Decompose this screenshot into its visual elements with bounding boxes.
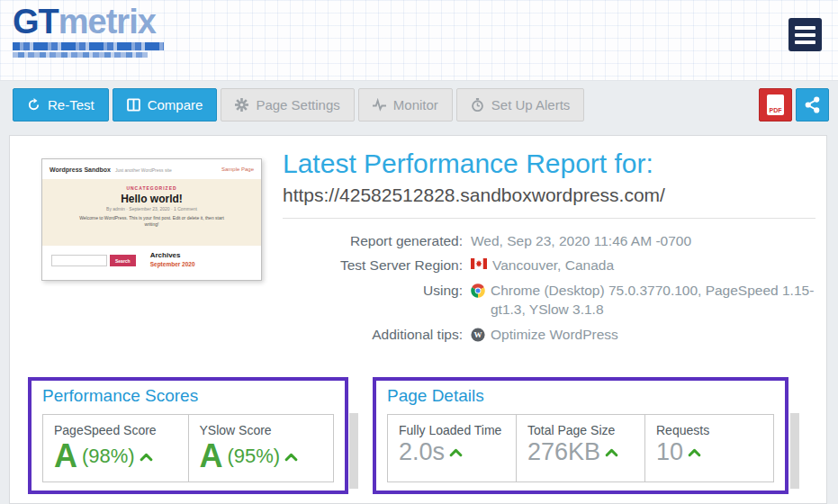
yslow-grade: A bbox=[200, 440, 223, 472]
report-url: https://42582512828.sandboxwordpress.com… bbox=[283, 184, 815, 206]
thumb-nav-link: Sample Page bbox=[221, 166, 254, 172]
logo-metrix: metrix bbox=[59, 3, 156, 40]
performance-scores-title: Performance Scores bbox=[42, 386, 334, 406]
logo-pixel-strip-2 bbox=[13, 52, 148, 58]
table-edge-strip bbox=[349, 413, 358, 489]
test-server-region-value: Vancouver, Canada bbox=[492, 256, 614, 275]
yslow-percent: (95%) bbox=[228, 445, 281, 468]
logo-pixel-strip bbox=[13, 42, 164, 50]
report-title: Latest Performance Report for: bbox=[283, 148, 815, 180]
gear-icon bbox=[235, 98, 248, 112]
detail-value-additional-tips: W Optimize WordPress bbox=[471, 326, 826, 345]
trend-up-icon bbox=[605, 447, 618, 457]
report-card: Wordpress Sandbox Just another WordPress… bbox=[9, 135, 827, 504]
pdf-icon-label: PDF bbox=[770, 107, 782, 113]
report-generated-value: Wed, Sep 23, 2020 11:46 AM -0700 bbox=[471, 232, 691, 251]
set-up-alerts-button[interactable]: Set Up Alerts bbox=[456, 88, 585, 122]
toolbar: Re-Test Compare Page Se bbox=[13, 87, 829, 122]
fully-loaded-time-value: 2.0s bbox=[399, 440, 445, 464]
using-value: Chrome (Desktop) 75.0.3770.100, PageSpee… bbox=[491, 282, 826, 320]
performance-scores-table: PageSpeed Score A (98%) YSlow Score A (9… bbox=[42, 414, 334, 482]
download-pdf-button[interactable]: PDF bbox=[759, 88, 792, 122]
set-up-alerts-label: Set Up Alerts bbox=[491, 97, 571, 112]
trend-up-icon bbox=[688, 447, 701, 457]
requests-value: 10 bbox=[656, 440, 683, 464]
refresh-icon bbox=[27, 98, 41, 112]
page-settings-label: Page Settings bbox=[256, 97, 339, 112]
site-header: GTmetrix bbox=[0, 0, 838, 81]
yslow-score-cell: YSlow Score A (95%) bbox=[189, 415, 334, 482]
page-details-table: Fully Loaded Time 2.0s Total Page Size 2… bbox=[387, 414, 774, 482]
trend-up-icon bbox=[284, 452, 298, 462]
retest-button[interactable]: Re-Test bbox=[13, 88, 109, 122]
requests-cell: Requests 10 bbox=[645, 415, 773, 482]
detail-value-using: Chrome (Desktop) 75.0.3770.100, PageSpee… bbox=[471, 282, 826, 320]
requests-value-row: 10 bbox=[656, 440, 762, 464]
pdf-icon: PDF bbox=[767, 94, 784, 115]
total-page-size-value: 276KB bbox=[527, 440, 600, 464]
detail-label-additional-tips: Additional tips: bbox=[283, 326, 463, 345]
compare-label: Compare bbox=[148, 97, 203, 112]
total-page-size-label: Total Page Size bbox=[527, 423, 634, 437]
wordpress-icon: W bbox=[471, 328, 485, 342]
thumb-site-header: Wordpress Sandbox Just another WordPress… bbox=[42, 159, 261, 179]
page-details-panel: Page Details Fully Loaded Time 2.0s Tota… bbox=[373, 377, 788, 494]
page-settings-button[interactable]: Page Settings bbox=[221, 88, 354, 122]
trend-up-icon bbox=[449, 447, 463, 457]
pagespeed-score-label: PageSpeed Score bbox=[54, 423, 177, 437]
thumb-post-area: UNCATEGORIZED Hello world! By admin · Se… bbox=[42, 179, 261, 246]
thumb-post-category: UNCATEGORIZED bbox=[42, 185, 261, 191]
wordpress-letter: W bbox=[474, 330, 482, 339]
compare-button[interactable]: Compare bbox=[113, 88, 218, 122]
logo-gt: GT bbox=[13, 3, 59, 40]
requests-label: Requests bbox=[656, 423, 762, 437]
retest-label: Re-Test bbox=[48, 97, 95, 112]
hamburger-menu-button[interactable] bbox=[788, 18, 822, 51]
pagespeed-percent: (98%) bbox=[82, 445, 135, 468]
fully-loaded-time-cell: Fully Loaded Time 2.0s bbox=[388, 415, 517, 482]
thumb-post-meta: By admin · September 23, 2020 · 1 Commen… bbox=[42, 206, 261, 212]
pagespeed-score-cell: PageSpeed Score A (98%) bbox=[43, 415, 189, 482]
monitor-label: Monitor bbox=[393, 97, 438, 112]
fully-loaded-time-label: Fully Loaded Time bbox=[399, 423, 505, 437]
thumb-search-input bbox=[51, 255, 107, 266]
fully-loaded-time-value-row: 2.0s bbox=[399, 440, 505, 464]
thumb-search-button: Search bbox=[110, 255, 136, 266]
hamburger-bar bbox=[795, 40, 815, 44]
canada-flag-icon bbox=[471, 258, 487, 269]
compare-icon bbox=[127, 98, 140, 112]
alarm-icon bbox=[471, 98, 484, 112]
share-icon bbox=[804, 96, 821, 113]
thumb-site-tagline: Just another WordPress site bbox=[115, 167, 172, 173]
total-page-size-value-row: 276KB bbox=[527, 440, 634, 464]
gtmetrix-report-page: GTmetrix Re-Test Compare bbox=[0, 0, 838, 504]
report-details: Report generated: Wed, Sep 23, 2020 11:4… bbox=[283, 232, 815, 346]
detail-label-test-server-region: Test Server Region: bbox=[283, 256, 463, 275]
table-edge-strip bbox=[790, 413, 799, 489]
yslow-score-value: A (95%) bbox=[200, 440, 323, 472]
performance-scores-panel: Performance Scores PageSpeed Score A (98… bbox=[28, 377, 348, 494]
pulse-icon bbox=[373, 98, 386, 112]
pagespeed-grade: A bbox=[54, 440, 77, 472]
pagespeed-score-value: A (98%) bbox=[54, 440, 177, 472]
detail-label-report-generated: Report generated: bbox=[283, 232, 463, 251]
optimize-wordpress-link[interactable]: Optimize WordPress bbox=[491, 326, 618, 345]
detail-label-using: Using: bbox=[283, 282, 463, 320]
detail-value-test-server-region: Vancouver, Canada bbox=[471, 256, 826, 275]
divider bbox=[283, 218, 815, 219]
thumb-archives-heading: Archives bbox=[150, 251, 195, 259]
page-details-title: Page Details bbox=[387, 386, 774, 406]
page-screenshot-thumbnail[interactable]: Wordpress Sandbox Just another WordPress… bbox=[41, 158, 262, 281]
share-button[interactable] bbox=[796, 88, 829, 122]
yslow-score-label: YSlow Score bbox=[200, 423, 323, 437]
gtmetrix-logo[interactable]: GTmetrix bbox=[13, 4, 164, 58]
logo-text: GTmetrix bbox=[13, 3, 156, 40]
hamburger-bar bbox=[795, 26, 815, 30]
thumb-footer: Search Archives September 2020 bbox=[42, 246, 261, 281]
thumb-site-name: Wordpress Sandbox bbox=[50, 166, 111, 173]
trend-up-icon bbox=[140, 452, 153, 462]
thumb-post-body: Welcome to WordPress. This is your first… bbox=[73, 215, 230, 229]
hamburger-bar bbox=[795, 33, 815, 37]
monitor-button[interactable]: Monitor bbox=[358, 88, 453, 122]
thumb-post-title: Hello world! bbox=[42, 193, 261, 205]
